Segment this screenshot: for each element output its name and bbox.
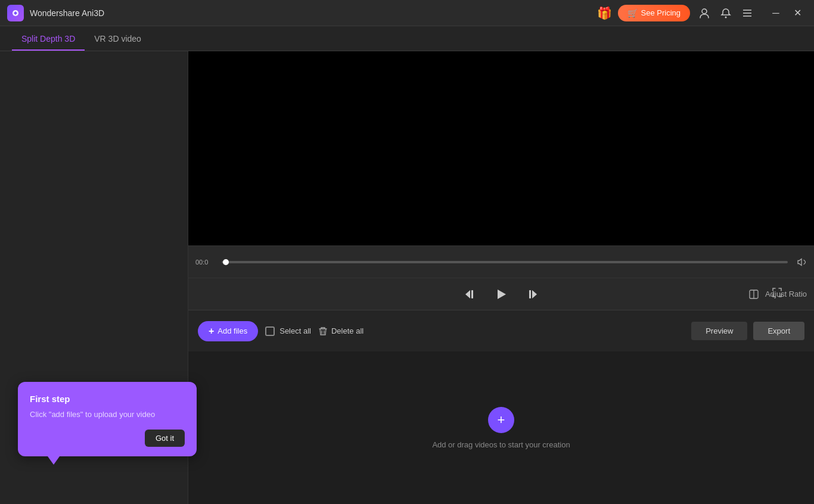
- select-all-area[interactable]: Select all: [265, 326, 311, 336]
- main-content: First step Click "add files" to upload y…: [0, 51, 814, 504]
- timeline-time-start: 00:0: [195, 259, 217, 266]
- select-all-checkbox[interactable]: [265, 326, 275, 336]
- fullscreen-button[interactable]: [771, 287, 783, 301]
- scrubber-thumb[interactable]: [223, 259, 229, 265]
- drop-plus-symbol: +: [498, 412, 505, 428]
- got-it-button[interactable]: Got it: [145, 430, 185, 447]
- trash-icon: [318, 326, 328, 336]
- tab-split-depth-3d[interactable]: Split Depth 3D: [12, 28, 85, 51]
- menu-icon-button[interactable]: [739, 5, 756, 21]
- file-bar-right: Preview Export: [691, 322, 804, 340]
- preview-button[interactable]: Preview: [691, 322, 747, 340]
- user-icon-button[interactable]: [696, 5, 713, 21]
- play-button[interactable]: [492, 285, 511, 304]
- delete-all-area[interactable]: Delete all: [318, 326, 363, 336]
- left-panel: First step Click "add files" to upload y…: [0, 51, 188, 504]
- export-button[interactable]: Export: [753, 322, 804, 340]
- bottom-panel: + Add files Select all Delete all Previe…: [188, 310, 814, 504]
- select-all-label: Select all: [279, 326, 311, 335]
- minimize-button[interactable]: ─: [766, 4, 785, 23]
- see-pricing-label: See Pricing: [641, 8, 681, 17]
- scrubber-track[interactable]: [222, 261, 788, 263]
- timeline-bar: 00:0: [188, 245, 814, 278]
- popup-description: Click "add files" to upload your video: [30, 409, 185, 421]
- drop-plus-icon[interactable]: +: [488, 407, 514, 433]
- adjust-ratio-icon: [748, 289, 759, 300]
- see-pricing-button[interactable]: 🛒 See Pricing: [618, 5, 690, 21]
- title-bar-right: 🎁 🛒 See Pricing: [597, 4, 807, 23]
- add-files-label: Add files: [218, 326, 247, 335]
- file-bar: + Add files Select all Delete all Previe…: [188, 310, 814, 351]
- cart-icon: 🛒: [627, 8, 638, 18]
- svg-marker-8: [498, 290, 506, 299]
- title-icons: [696, 5, 756, 21]
- skip-back-button[interactable]: [461, 285, 480, 304]
- first-step-popup: First step Click "add files" to upload y…: [18, 382, 197, 457]
- title-bar: Wondershare Ani3D 🎁 🛒 See Pricing: [0, 0, 814, 26]
- app-logo: [7, 5, 24, 21]
- add-files-button[interactable]: + Add files: [198, 321, 258, 341]
- window-controls: ─ ✕: [766, 4, 807, 23]
- controls-bar: Adjust Ratio: [188, 278, 814, 310]
- bell-icon-button[interactable]: [717, 5, 734, 21]
- volume-icon: [796, 257, 807, 267]
- app-title: Wondershare Ani3D: [30, 8, 104, 18]
- svg-rect-10: [529, 290, 531, 298]
- gift-button[interactable]: 🎁: [597, 6, 612, 20]
- svg-marker-9: [532, 290, 537, 298]
- svg-marker-6: [465, 290, 470, 298]
- drop-zone[interactable]: + Add or drag videos to start your creat…: [188, 351, 814, 504]
- close-button[interactable]: ✕: [788, 4, 807, 23]
- drop-zone-text: Add or drag videos to start your creatio…: [432, 440, 570, 449]
- video-player: [188, 51, 814, 245]
- svg-rect-7: [471, 290, 473, 298]
- tab-vr-3d-video[interactable]: VR 3D video: [85, 28, 151, 51]
- add-files-plus-icon: +: [209, 326, 214, 337]
- title-bar-left: Wondershare Ani3D: [7, 5, 104, 21]
- delete-all-label: Delete all: [331, 326, 363, 335]
- skip-forward-button[interactable]: [523, 285, 542, 304]
- popup-title: First step: [30, 394, 185, 404]
- svg-point-1: [702, 9, 707, 14]
- tab-bar: Split Depth 3D VR 3D video: [0, 26, 814, 51]
- right-main: 00:0: [188, 51, 814, 504]
- svg-point-2: [725, 16, 727, 18]
